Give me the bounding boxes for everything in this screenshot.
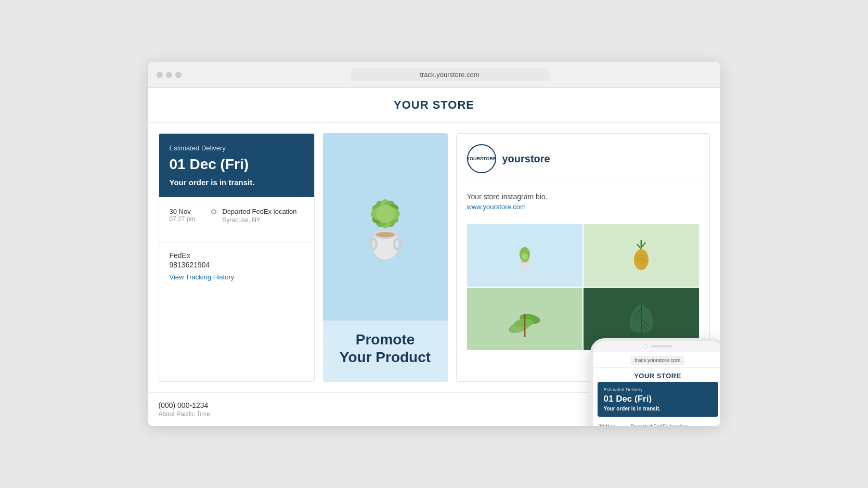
event-dot-container (211, 208, 216, 214)
svg-point-6 (376, 204, 395, 223)
event-time: 07:27 pm (170, 215, 205, 223)
browser-window: track.yourstore.com YOUR STORE Estimated… (148, 62, 720, 426)
mobile-url[interactable]: track.yourstore.com (631, 356, 685, 365)
event-date-time: 30 Nov 07:27 pm (170, 208, 205, 223)
store-bio: Your store instagram bio. www.yourstore.… (457, 184, 709, 219)
tracking-header: Estimated Delivery 01 Dec (Fri) Your ord… (159, 134, 314, 197)
promo-panel: Promote Your Product (323, 133, 448, 381)
carrier-name: FedEx (170, 251, 304, 260)
address-bar[interactable]: track.yourstore.com (351, 68, 549, 81)
svg-point-15 (522, 253, 528, 260)
event-title: Departed FedEx location (223, 208, 304, 215)
dot-yellow (166, 72, 172, 78)
promo-title: Promote Your Product (340, 331, 431, 366)
mobile-event-details: Departed FedEx location Syracuse, NY (631, 424, 717, 426)
mobile-transit-status: Your order is in transit. (604, 406, 712, 412)
mobile-event-dot (624, 426, 628, 426)
store-name-text: yourstore (502, 153, 550, 165)
delivery-date: 01 Dec (Fri) (170, 156, 304, 173)
dot-red (157, 72, 163, 78)
tracking-number: 9813621904 (170, 261, 304, 269)
mobile-tracking-header: Estimated Delivery 01 Dec (Fri) Your ord… (598, 382, 718, 417)
gallery-item-3 (467, 288, 582, 350)
store-title: YOUR STORE (394, 98, 474, 111)
tracking-body: 30 Nov 07:27 pm Departed FedEx location … (159, 197, 314, 242)
gallery-item-1 (467, 224, 582, 287)
store-header: YOUR STORE (148, 88, 720, 123)
tracking-panel: Estimated Delivery 01 Dec (Fri) Your ord… (159, 133, 315, 381)
store-profile: YOUR STORE yourstore (457, 134, 709, 184)
main-wrapper: Estimated Delivery 01 Dec (Fri) Your ord… (148, 123, 720, 426)
promo-text: Promote Your Product (334, 320, 436, 366)
event-dot (211, 209, 216, 214)
mobile-event-dot-container (624, 424, 628, 426)
mobile-delivery-date: 01 Dec (Fri) (604, 394, 712, 404)
promo-image (323, 133, 448, 320)
mobile-camera-icon (644, 344, 648, 349)
mobile-event-date: 30 Nov (599, 424, 620, 426)
event-details: Departed FedEx location Syracuse, NY (223, 208, 304, 224)
mobile-event-title: Departed FedEx location (631, 424, 717, 426)
event-location: Syracuse, NY (223, 216, 304, 224)
mobile-store-title: YOUR STORE (593, 368, 720, 382)
svg-point-16 (634, 249, 649, 270)
estimated-delivery-label: Estimated Delivery (170, 144, 304, 152)
store-link[interactable]: www.yourstore.com (467, 203, 699, 211)
mobile-speaker (651, 345, 672, 348)
mobile-event-datetime: 30 Nov 07:27 pm (599, 424, 620, 426)
plant-illustration (344, 167, 427, 287)
mobile-est-label: Estimated Delivery (604, 387, 712, 392)
mobile-frame: track.yourstore.com YOUR STORE Estimated… (590, 338, 720, 426)
browser-dots (157, 72, 182, 78)
tracking-footer: FedEx 9813621904 View Tracking History (159, 242, 314, 290)
mobile-event-row: 30 Nov 07:27 pm Departed FedEx location … (593, 421, 720, 426)
view-history-link[interactable]: View Tracking History (170, 273, 235, 281)
store-bio-text: Your store instagram bio. (467, 192, 699, 201)
event-date: 30 Nov (170, 208, 205, 215)
transit-status: Your order is in transit. (170, 178, 304, 187)
tracking-event: 30 Nov 07:27 pm Departed FedEx location … (170, 208, 304, 224)
store-logo: YOUR STORE (467, 144, 496, 173)
gallery-item-2 (584, 224, 699, 287)
mobile-address-bar: track.yourstore.com (593, 352, 720, 368)
svg-point-11 (376, 232, 395, 237)
browser-chrome: track.yourstore.com (148, 62, 720, 88)
dot-green (175, 72, 182, 78)
